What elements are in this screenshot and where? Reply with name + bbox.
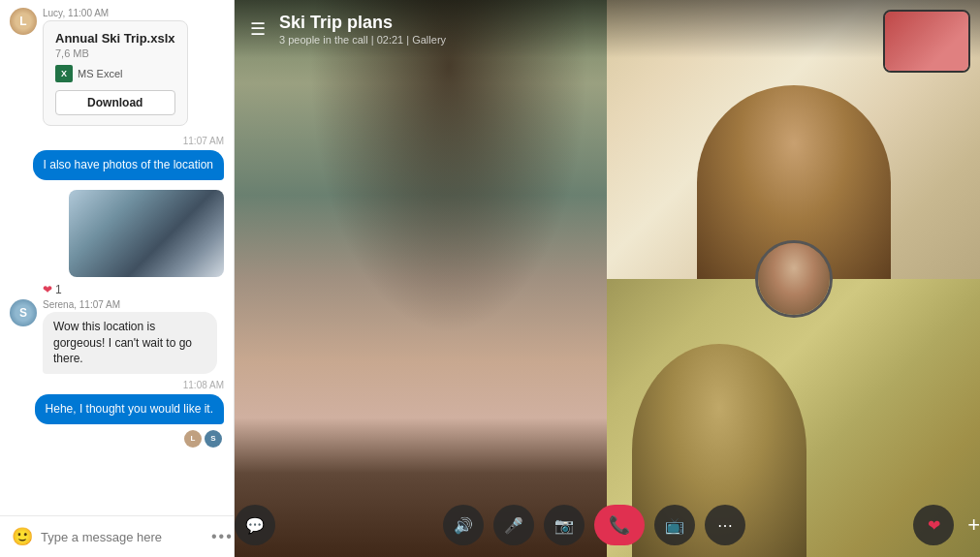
chat-messages: L Lucy, 11:00 AM Annual Ski Trip.xslx 7,… (0, 0, 234, 515)
emoji-button[interactable]: 🙂 (12, 526, 33, 547)
message-row-serena: S Serena, 11:07 AM Wow this location is … (10, 299, 224, 374)
message-row: L Lucy, 11:00 AM Annual Ski Trip.xslx 7,… (10, 8, 224, 130)
self-view-bg (885, 12, 968, 71)
image-message-row (10, 186, 224, 277)
file-card: Annual Ski Trip.xslx 7,6 MB X MS Excel D… (43, 20, 188, 126)
bubble-blue: I also have photos of the location (33, 150, 224, 180)
hamburger-icon[interactable]: ☰ (250, 18, 266, 40)
large-video-bg (235, 0, 607, 557)
chat-toggle-button[interactable]: 💬 (235, 505, 275, 545)
chat-footer: 🙂 ••• (0, 515, 234, 557)
image-thumb-inner (69, 190, 224, 277)
video-header: ☰ Ski Trip plans 3 people in the call | … (235, 0, 980, 58)
large-video (235, 0, 607, 557)
file-name: Annual Ski Trip.xslx (55, 31, 175, 46)
end-call-icon: 📞 (609, 514, 630, 536)
speaker-button[interactable]: 🔊 (443, 505, 484, 545)
video-title-block: Ski Trip plans 3 people in the call | 02… (279, 13, 446, 46)
sender-name: Lucy (43, 8, 62, 18)
video-controls: 💬 🔊 🎤 📷 📞 📺 ⋯ ❤ + (235, 505, 980, 545)
mic-button[interactable]: 🎤 (493, 505, 534, 545)
excel-icon: X (55, 65, 73, 82)
timestamp: 11:07 AM (10, 136, 224, 146)
screen-share-button[interactable]: 📺 (654, 505, 695, 545)
download-button[interactable]: Download (55, 90, 175, 115)
end-call-button[interactable]: 📞 (594, 505, 645, 545)
add-button[interactable]: + (967, 512, 980, 538)
reaction-avatar-1: L (184, 430, 202, 448)
message-input[interactable] (41, 530, 204, 544)
serena-time: 11:07 AM (79, 299, 120, 310)
file-type-label: MS Excel (78, 68, 122, 79)
avatar-serena: S (10, 299, 37, 326)
heart-reaction-icon: ❤ (43, 283, 52, 296)
bubble-white: Wow this location is gorgeous! I can't w… (43, 312, 217, 374)
more-video-button[interactable]: ⋯ (705, 505, 745, 545)
chat-panel: L Lucy, 11:00 AM Annual Ski Trip.xslx 7,… (0, 0, 235, 557)
reaction-count: 1 (55, 283, 62, 296)
serena-message-content: Serena, 11:07 AM Wow this location is go… (43, 299, 217, 374)
video-panel: ☰ Ski Trip plans 3 people in the call | … (235, 0, 980, 557)
file-type-row: X MS Excel (55, 65, 175, 82)
message-time: 11:00 AM (68, 8, 109, 18)
heart-button[interactable]: ❤ (913, 505, 954, 545)
video-main (235, 0, 980, 557)
avatar: L (10, 8, 37, 35)
message-row-hehe: Hehe, I thought you would like it. (10, 394, 224, 424)
video-subtitle: 3 people in the call | 02:21 | Gallery (279, 34, 446, 46)
bubble-hehe: Hehe, I thought you would like it. (35, 394, 224, 424)
calling-overlay (755, 240, 833, 318)
calling-avatar-inner (758, 243, 830, 315)
image-thumbnail[interactable] (69, 190, 224, 277)
camera-button[interactable]: 📷 (544, 505, 585, 545)
sender-meta: Lucy, 11:00 AM (43, 8, 188, 18)
timestamp-2: 11:08 AM (10, 380, 224, 390)
file-size: 7,6 MB (55, 47, 175, 59)
serena-name: Serena (43, 299, 74, 310)
video-side (607, 0, 980, 557)
more-options-button[interactable]: ••• (211, 528, 234, 545)
message-content: Lucy, 11:00 AM Annual Ski Trip.xslx 7,6 … (43, 8, 188, 130)
reaction-row: ❤ 1 (43, 283, 224, 296)
heart-icon: ❤ (928, 516, 940, 535)
calling-avatar (755, 240, 833, 318)
video-title: Ski Trip plans (279, 13, 446, 33)
self-view (883, 10, 970, 73)
message-row-right: I also have photos of the location (10, 150, 224, 180)
reaction-avatar-2: S (205, 430, 222, 448)
reaction-avatars-row: L S (10, 430, 222, 448)
serena-sender-meta: Serena, 11:07 AM (43, 299, 217, 310)
